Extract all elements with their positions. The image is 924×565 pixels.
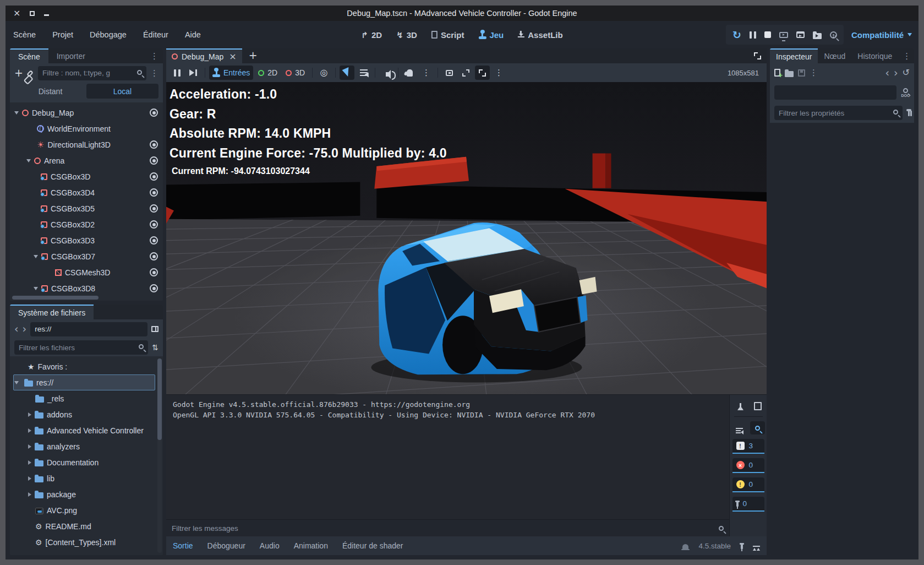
show-search-button[interactable] xyxy=(750,421,765,434)
camera-menu-icon[interactable] xyxy=(419,66,434,80)
workspace-assetlib[interactable]: AssetLib xyxy=(518,30,562,40)
new-resource-icon[interactable] xyxy=(774,69,780,77)
play-custom-scene-icon[interactable] xyxy=(813,33,822,39)
resource-extra-menu-icon[interactable] xyxy=(810,68,818,77)
chevron-down-icon[interactable] xyxy=(34,287,38,290)
chevron-down-icon[interactable] xyxy=(14,111,19,115)
picking-3d-button[interactable]: 3D xyxy=(282,66,308,80)
local-toggle[interactable]: Local xyxy=(86,84,158,99)
window-minimize-icon[interactable] xyxy=(44,14,49,16)
tab-shader-editor[interactable]: Éditeur de shader xyxy=(342,541,403,550)
tab-scene[interactable]: Scène xyxy=(10,48,48,63)
tab-history[interactable]: Historique xyxy=(851,48,898,63)
visibility-eye-icon[interactable] xyxy=(150,172,158,181)
inputs-toggle-button[interactable]: Entrées xyxy=(209,66,253,80)
new-scene-tab-button[interactable] xyxy=(242,48,264,63)
workspace-2d[interactable]: 2D xyxy=(361,30,382,40)
notifications-bell-icon[interactable] xyxy=(682,544,688,549)
menu-editor[interactable]: Éditeur xyxy=(143,30,168,39)
select-mode-button[interactable] xyxy=(340,66,354,80)
chevron-right-icon[interactable] xyxy=(28,460,31,465)
tab-filesystem[interactable]: Système de fichiers xyxy=(10,305,94,319)
visibility-eye-icon[interactable] xyxy=(150,236,158,245)
tree-node-csgbox3d3[interactable]: CSGBox3D3 xyxy=(10,232,163,248)
workspace-game[interactable]: Jeu xyxy=(478,30,504,40)
scene-tree-hscrollbar[interactable] xyxy=(12,296,161,300)
file-tree-vscrollbar[interactable] xyxy=(157,358,162,553)
remote-debug-icon[interactable] xyxy=(779,32,788,38)
nav-forward-icon[interactable] xyxy=(23,324,27,334)
file-row-analyzers[interactable]: analyzers xyxy=(10,438,163,454)
file-row-documentation[interactable]: Documentation xyxy=(10,454,163,470)
clear-output-button[interactable] xyxy=(732,399,747,412)
chevron-down-icon[interactable] xyxy=(14,381,19,384)
tree-node-arena[interactable]: Arena xyxy=(10,153,163,169)
audio-mute-button[interactable] xyxy=(379,66,394,80)
filter-warnings-toggle[interactable]: ! 0 xyxy=(732,477,764,492)
file-row-content-types[interactable]: [Content_Types].xml xyxy=(10,534,163,550)
visibility-eye-icon[interactable] xyxy=(150,188,158,197)
message-filter-input[interactable] xyxy=(172,524,719,533)
menu-help[interactable]: Aide xyxy=(185,30,201,39)
play-scene-icon[interactable] xyxy=(796,31,805,38)
tab-node[interactable]: Nœud xyxy=(818,48,851,63)
workspace-script[interactable]: Script xyxy=(431,30,464,40)
pause-game-button[interactable] xyxy=(170,66,184,80)
visibility-eye-icon[interactable] xyxy=(150,284,158,292)
nav-back-icon[interactable] xyxy=(14,324,19,334)
split-view-icon[interactable] xyxy=(151,326,158,332)
stop-scene-icon[interactable] xyxy=(764,31,771,38)
tree-node-csgbox3d2[interactable]: CSGBox3D2 xyxy=(10,216,163,232)
history-back-icon[interactable] xyxy=(885,68,889,78)
movie-maker-icon[interactable] xyxy=(830,31,837,39)
file-row-addons[interactable]: addons xyxy=(10,406,163,422)
save-resource-icon[interactable] xyxy=(798,69,805,77)
engine-version[interactable]: 4.5.stable xyxy=(698,542,731,550)
stretch-game-button[interactable] xyxy=(475,66,490,80)
tree-node-worldenvironment[interactable]: WorldEnvironment xyxy=(10,121,163,137)
file-row-package[interactable]: package xyxy=(10,486,163,502)
add-node-icon[interactable] xyxy=(14,68,23,78)
sort-files-icon[interactable] xyxy=(152,343,158,352)
tree-node-csgbox3d7[interactable]: CSGBox3D7 xyxy=(10,248,163,264)
scene-dock-menu-icon[interactable] xyxy=(146,48,163,63)
file-row-lib[interactable]: lib xyxy=(10,470,163,486)
inspector-menu-icon[interactable] xyxy=(898,48,914,63)
scene-tab-debug-map[interactable]: Debug_Map xyxy=(166,48,242,63)
chevron-down-icon[interactable] xyxy=(34,255,38,258)
chevron-down-icon[interactable] xyxy=(26,159,31,162)
property-tools-icon[interactable] xyxy=(908,110,910,116)
filter-errors-toggle[interactable]: × 0 xyxy=(732,458,764,473)
window-maximize-icon[interactable] xyxy=(30,11,35,16)
file-row-rels[interactable]: _rels xyxy=(10,390,163,406)
chevron-right-icon[interactable] xyxy=(28,444,31,449)
window-close-icon[interactable] xyxy=(13,9,20,18)
filter-editor-toggle[interactable]: 0 xyxy=(732,497,764,512)
file-row-readme[interactable]: README.md xyxy=(10,518,163,534)
visibility-eye-icon[interactable] xyxy=(150,220,158,229)
pause-scene-icon[interactable] xyxy=(750,31,756,39)
tree-node-csgmesh3d[interactable]: CSGMesh3D xyxy=(10,264,163,280)
next-frame-button[interactable] xyxy=(186,66,201,80)
tab-import[interactable]: Importer xyxy=(48,48,94,63)
pin-panel-icon[interactable] xyxy=(741,544,743,549)
remote-toggle[interactable]: Distant xyxy=(14,84,86,99)
game-view-menu-icon[interactable] xyxy=(491,66,506,80)
tab-output[interactable]: Sortie xyxy=(173,541,193,550)
inspector-properties-area[interactable] xyxy=(770,123,914,555)
tree-node-directionallight[interactable]: DirectionalLight3D xyxy=(10,137,163,153)
scene-filter-input[interactable] xyxy=(38,66,146,80)
embed-game-button[interactable] xyxy=(442,66,457,80)
property-filter-input[interactable] xyxy=(774,106,903,120)
interaction-button[interactable] xyxy=(402,66,417,80)
camera-override-button[interactable] xyxy=(316,66,331,80)
chevron-right-icon[interactable] xyxy=(28,476,31,481)
menu-project[interactable]: Projet xyxy=(52,30,73,39)
chevron-right-icon[interactable] xyxy=(28,492,31,497)
keep-aspect-button[interactable] xyxy=(458,66,473,80)
tree-node-csgbox3d4[interactable]: CSGBox3D4 xyxy=(10,184,163,200)
file-row-avc-png[interactable]: AVC.png xyxy=(10,502,163,518)
file-row-advanced-vehicle-controller[interactable]: Advanced Vehicle Controller xyxy=(10,422,163,438)
tab-audio[interactable]: Audio xyxy=(260,541,280,550)
menu-debug[interactable]: Débogage xyxy=(90,30,127,39)
